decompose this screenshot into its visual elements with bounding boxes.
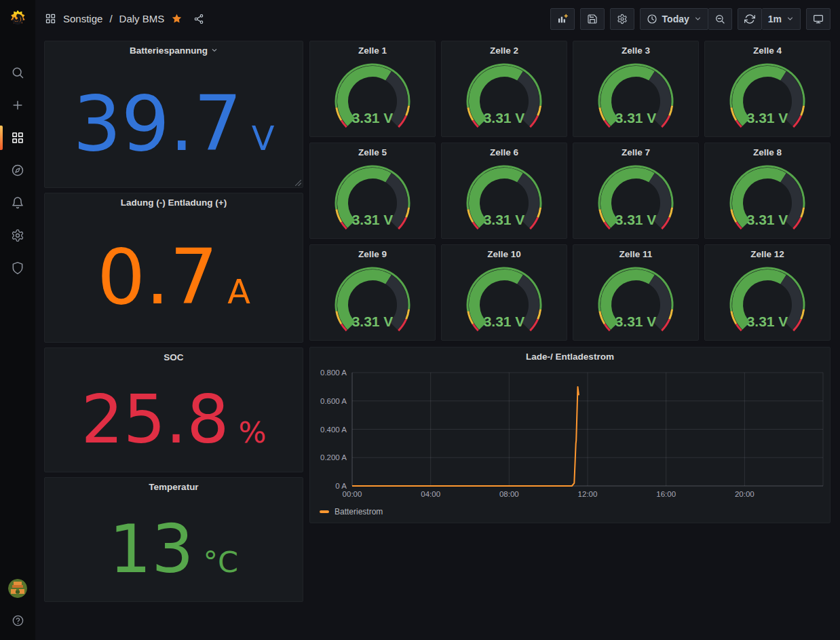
- panel-zelle-3: Zelle 33.31 V: [573, 41, 699, 137]
- panel-zelle-8: Zelle 83.31 V: [704, 143, 831, 239]
- stat-value: 13: [109, 510, 194, 588]
- x-axis-tick-label: 04:00: [421, 490, 440, 498]
- panel-temperatur: Temperatur 13 °C: [44, 477, 303, 602]
- panel-zelle-5: Zelle 53.31 V: [309, 143, 436, 239]
- panel-title[interactable]: Zelle 2: [442, 41, 567, 60]
- sidebar-item-alerting[interactable]: [0, 187, 35, 219]
- sidebar-item-server-admin[interactable]: [0, 252, 35, 284]
- sidebar-item-search[interactable]: [0, 56, 35, 89]
- panel-resize-handle[interactable]: [295, 180, 301, 186]
- gauge-value: 3.31 V: [615, 212, 657, 227]
- panel-title-text: SOC: [164, 352, 183, 362]
- panel-title[interactable]: SOC: [45, 348, 303, 366]
- stat-body: 39.7 V: [45, 60, 303, 187]
- gauge: 3.31 V: [585, 162, 687, 238]
- breadcrumb-dashboard-title[interactable]: Daly BMS: [119, 13, 165, 24]
- share-icon[interactable]: [193, 14, 204, 24]
- zoom-out-icon: [714, 14, 725, 24]
- panel-zelle-2: Zelle 23.31 V: [441, 41, 567, 137]
- gauge-body: 3.31 V: [705, 162, 830, 238]
- panel-title[interactable]: Zelle 1: [310, 41, 435, 60]
- panel-title-text: Zelle 9: [358, 249, 387, 259]
- breadcrumb-folder[interactable]: Sonstige: [63, 13, 102, 24]
- panel-title[interactable]: Zelle 5: [310, 143, 435, 162]
- stat-value: 0.7: [97, 233, 218, 321]
- grafana-logo[interactable]: [0, 0, 35, 37]
- panel-title[interactable]: Zelle 7: [573, 143, 698, 162]
- gauge-body: 3.31 V: [310, 60, 435, 136]
- panel-title[interactable]: Zelle 3: [573, 41, 698, 60]
- save-dashboard-button[interactable]: [580, 8, 605, 30]
- gauge-value: 3.31 V: [615, 314, 657, 329]
- chevron-down-icon: [786, 15, 794, 22]
- grafana-logo-icon: [7, 9, 28, 29]
- panel-title[interactable]: Zelle 6: [442, 143, 567, 162]
- gauge-value: 3.31 V: [484, 110, 525, 126]
- dashboard-settings-button[interactable]: [610, 8, 634, 30]
- chart-plot[interactable]: 0 A0.200 A0.400 A0.600 A0.800 A00:0004:0…: [310, 366, 830, 505]
- sidebar-item-explore[interactable]: [0, 154, 35, 187]
- panel-title[interactable]: Ladung (-) Entladung (+): [45, 193, 303, 212]
- sidebar-item-configuration[interactable]: [0, 219, 35, 252]
- sidebar: [0, 0, 35, 640]
- legend-item-batteriestrom[interactable]: Batteriestrom: [310, 505, 830, 523]
- time-range-picker[interactable]: Today: [640, 8, 708, 30]
- refresh-interval-picker[interactable]: 1m: [762, 8, 801, 30]
- refresh-controls: 1m: [738, 8, 801, 30]
- gauge-body: 3.31 V: [442, 263, 567, 340]
- save-icon: [587, 14, 598, 24]
- panel-title[interactable]: Zelle 8: [705, 143, 830, 162]
- panel-title[interactable]: Zelle 10: [442, 245, 567, 263]
- y-axis-tick-label: 0 A: [335, 482, 347, 490]
- stat-unit: V: [252, 119, 275, 158]
- gauge: 3.31 V: [717, 162, 818, 238]
- panel-title-text: Zelle 8: [753, 147, 782, 157]
- chart-svg: 0 A0.200 A0.400 A0.600 A0.800 A00:0004:0…: [310, 366, 830, 505]
- panel-title-text: Batteriespannung: [130, 45, 208, 56]
- favorite-star-icon[interactable]: [171, 13, 183, 24]
- help-icon: [12, 614, 24, 627]
- refresh-button[interactable]: [738, 8, 762, 30]
- panel-title[interactable]: Lade-/ Entladestrom: [310, 347, 830, 366]
- panel-zelle-11: Zelle 113.31 V: [573, 244, 699, 341]
- panel-title[interactable]: Batteriespannung: [45, 41, 303, 60]
- cycle-view-mode-button[interactable]: [806, 8, 831, 30]
- sidebar-item-create[interactable]: [0, 89, 35, 121]
- refresh-icon: [744, 14, 755, 24]
- alerting-bell-icon: [11, 196, 24, 210]
- time-range-label: Today: [662, 14, 689, 24]
- panel-batteriespannung: Batteriespannung 39.7 V: [44, 41, 303, 188]
- breadcrumb: Sonstige / Daly BMS: [45, 13, 204, 24]
- panel-title-text: Zelle 11: [619, 249, 653, 259]
- panel-title[interactable]: Temperatur: [45, 478, 303, 496]
- stat-value: 25.8: [81, 381, 229, 458]
- zoom-out-time-button[interactable]: [708, 8, 732, 30]
- panel-title-text: Zelle 4: [753, 45, 782, 56]
- user-avatar[interactable]: [8, 579, 27, 598]
- panel-title[interactable]: Zelle 9: [310, 245, 435, 263]
- panel-title[interactable]: Zelle 12: [705, 245, 830, 263]
- chevron-down-icon: [694, 15, 702, 22]
- add-panel-icon: [557, 14, 568, 24]
- stat-body: 25.8 %: [45, 366, 303, 472]
- panel-zelle-1: Zelle 13.31 V: [309, 41, 436, 137]
- dashboard-toolbar: Today 1m: [550, 8, 831, 30]
- panel-zelle-7: Zelle 73.31 V: [573, 143, 699, 239]
- panel-zelle-6: Zelle 63.31 V: [441, 143, 567, 239]
- gauge: 3.31 V: [322, 162, 423, 238]
- panel-title[interactable]: Zelle 11: [573, 245, 698, 263]
- gauge-value: 3.31 V: [352, 110, 394, 126]
- gauge: 3.31 V: [453, 162, 555, 238]
- panel-ladung-entladung: Ladung (-) Entladung (+) 0.7 A: [44, 193, 303, 343]
- panel-title-text: Zelle 7: [622, 147, 650, 157]
- sidebar-item-dashboards[interactable]: [0, 121, 35, 154]
- gauge-value: 3.31 V: [484, 314, 525, 329]
- add-panel-button[interactable]: [550, 8, 575, 30]
- panel-title[interactable]: Zelle 4: [705, 41, 830, 60]
- y-axis-tick-label: 0.800 A: [320, 369, 347, 377]
- stat-body: 13 °C: [45, 496, 303, 601]
- gauge-value: 3.31 V: [747, 110, 788, 126]
- sidebar-item-help[interactable]: [8, 610, 27, 630]
- clock-icon: [647, 14, 657, 24]
- panel-title-text: Zelle 6: [490, 147, 518, 157]
